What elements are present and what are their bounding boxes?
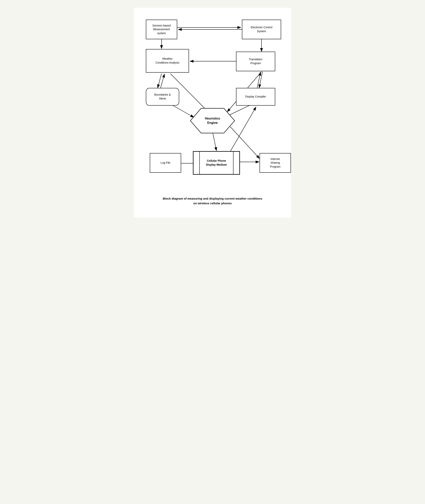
translation-box: TranslationProgram bbox=[236, 52, 275, 71]
diagram-container: Electronic (bidirectional horizontal) --… bbox=[134, 8, 291, 218]
caption: Block diagram of measuring and displayin… bbox=[140, 196, 285, 206]
display-compiler-label: Display Compiler bbox=[245, 95, 266, 99]
sensors-label: Sensors basedMeasurementsystem bbox=[152, 24, 171, 35]
cellular-label: Cellular PhoneDisplay Medium bbox=[206, 159, 227, 167]
diagram-area: Electronic (bidirectional horizontal) --… bbox=[140, 16, 285, 192]
sensors-box: Sensors basedMeasurementsystem bbox=[146, 20, 177, 39]
electronic-label: Electronic ControlSystem bbox=[251, 26, 272, 33]
boundaries-label: Boundaries &Alerts bbox=[154, 93, 171, 101]
internet-label: InternetSharingProgram bbox=[270, 157, 280, 169]
svg-line-8 bbox=[160, 74, 165, 88]
svg-line-9 bbox=[259, 72, 262, 88]
weather-box: WeatherConditions Analysis bbox=[146, 49, 189, 73]
display-compiler-box: Display Compiler bbox=[236, 88, 275, 106]
internet-box: InternetSharingProgram bbox=[259, 153, 291, 173]
translation-label: TranslationProgram bbox=[249, 57, 262, 65]
svg-line-7 bbox=[158, 74, 161, 88]
log-file-label: Log File bbox=[160, 161, 170, 165]
svg-line-15 bbox=[212, 131, 216, 151]
electronic-box: Electronic ControlSystem bbox=[242, 20, 281, 39]
weather-label: WeatherConditions Analysis bbox=[155, 57, 179, 65]
log-file-box: Log File bbox=[150, 153, 181, 173]
cellular-box: Cellular PhoneDisplay Medium bbox=[193, 151, 240, 175]
boundaries-box: Boundaries &Alerts bbox=[146, 88, 179, 106]
heuristics-box: HeuristicsEngine bbox=[190, 108, 235, 133]
heuristics-label: HeuristicsEngine bbox=[205, 116, 220, 125]
svg-line-10 bbox=[257, 72, 260, 88]
caption-line2: on wireless cellular phones bbox=[140, 201, 285, 206]
caption-line1: Block diagram of measuring and displayin… bbox=[140, 196, 285, 201]
